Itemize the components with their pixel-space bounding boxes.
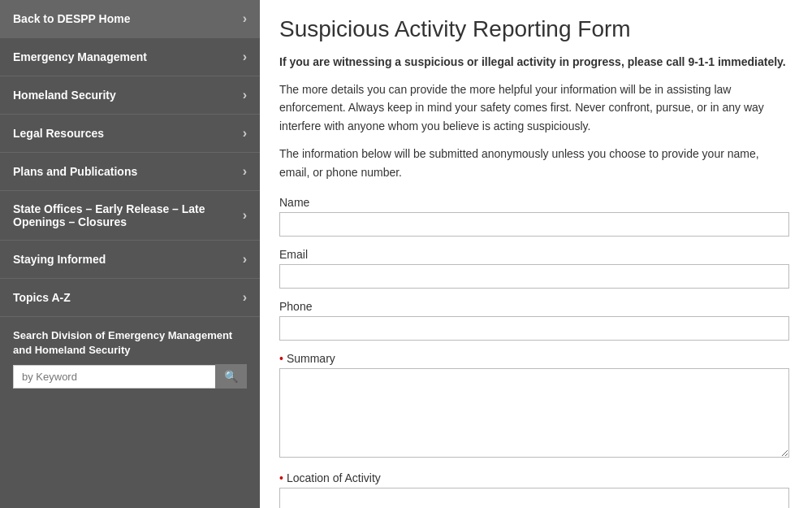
sidebar-nav: Back to DESPP Home›Emergency Management›… — [0, 0, 260, 317]
form-section: Name Email Phone •Summary •Location of A… — [279, 196, 789, 508]
sidebar-item-emergency-management[interactable]: Emergency Management› — [0, 38, 260, 76]
sidebar-search-label: Search Division of Emergency Management … — [13, 328, 247, 358]
sidebar-item-homeland-security[interactable]: Homeland Security› — [0, 76, 260, 115]
email-field: Email — [279, 248, 789, 289]
phone-input[interactable] — [279, 316, 789, 341]
email-label: Email — [279, 248, 789, 261]
sidebar-item-legal-resources[interactable]: Legal Resources› — [0, 115, 260, 153]
summary-field: •Summary — [279, 352, 789, 460]
sidebar-search-section: Search Division of Emergency Management … — [0, 317, 260, 400]
chevron-right-icon: › — [243, 290, 247, 305]
summary-textarea[interactable] — [279, 368, 789, 458]
summary-label: •Summary — [279, 352, 789, 365]
search-button[interactable]: 🔍 — [215, 364, 247, 389]
chevron-right-icon: › — [243, 126, 247, 141]
chevron-right-icon: › — [243, 164, 247, 179]
phone-field: Phone — [279, 300, 789, 341]
sidebar-item-label: Plans and Publications — [13, 165, 137, 178]
phone-label: Phone — [279, 300, 789, 313]
sidebar-item-label: State Offices – Early Release – Late Ope… — [13, 202, 243, 228]
intro-para-2: The information below will be submitted … — [279, 145, 789, 181]
chevron-right-icon: › — [243, 50, 247, 64]
name-label: Name — [279, 196, 789, 209]
summary-required-dot: • — [279, 352, 283, 365]
name-input[interactable] — [279, 212, 789, 237]
sidebar-item-label: Emergency Management — [13, 50, 147, 63]
sidebar-item-back-to-despp[interactable]: Back to DESPP Home› — [0, 0, 260, 38]
main-content: Suspicious Activity Reporting Form If yo… — [260, 0, 812, 508]
sidebar-item-state-offices[interactable]: State Offices – Early Release – Late Ope… — [0, 191, 260, 241]
sidebar-item-plans-publications[interactable]: Plans and Publications› — [0, 153, 260, 191]
chevron-right-icon: › — [243, 252, 247, 267]
name-field: Name — [279, 196, 789, 237]
page-title: Suspicious Activity Reporting Form — [279, 16, 789, 42]
chevron-right-icon: › — [243, 208, 247, 223]
sidebar-item-label: Back to DESPP Home — [13, 12, 130, 25]
chevron-right-icon: › — [243, 11, 247, 26]
sidebar-item-label: Legal Resources — [13, 127, 104, 140]
location-label: •Location of Activity — [279, 471, 789, 484]
location-required-dot: • — [279, 471, 283, 484]
sidebar-item-topics-az[interactable]: Topics A-Z› — [0, 279, 260, 317]
sidebar-item-staying-informed[interactable]: Staying Informed› — [0, 241, 260, 279]
location-field: •Location of Activity — [279, 471, 789, 508]
chevron-right-icon: › — [243, 88, 247, 102]
sidebar: Back to DESPP Home›Emergency Management›… — [0, 0, 260, 508]
intro-para-1: The more details you can provide the mor… — [279, 80, 789, 135]
sidebar-search-row: 🔍 — [13, 364, 247, 389]
sidebar-item-label: Topics A-Z — [13, 291, 71, 304]
location-input[interactable] — [279, 488, 789, 508]
email-input[interactable] — [279, 264, 789, 289]
search-input[interactable] — [13, 365, 215, 389]
intro-bold: If you are witnessing a suspicious or il… — [279, 54, 789, 71]
sidebar-item-label: Staying Informed — [13, 253, 106, 266]
sidebar-item-label: Homeland Security — [13, 89, 116, 102]
